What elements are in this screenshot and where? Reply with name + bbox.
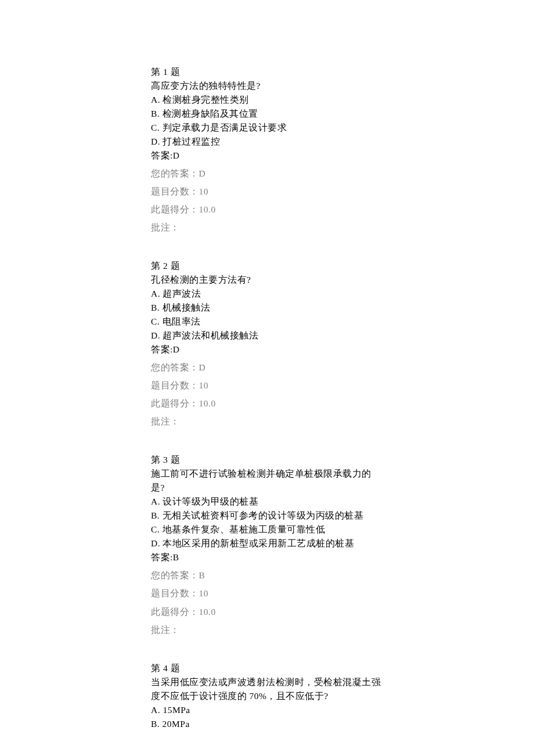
question-block: 第 2 题 孔径检测的主要方法有? A. 超声波法 B. 机械接触法 C. 电阻… bbox=[151, 259, 383, 429]
question-option: B. 检测桩身缺陷及其位置 bbox=[151, 107, 383, 121]
question-comment: 批注： bbox=[151, 221, 383, 235]
your-answer: 您的答案：B bbox=[151, 568, 383, 582]
your-answer: 您的答案：D bbox=[151, 361, 383, 375]
question-block: 第 4 题 当采用低应变法或声波透射法检测时，受检桩混凝土强度不应低于设计强度的… bbox=[151, 661, 383, 731]
question-option: C. 判定承载力是否满足设计要求 bbox=[151, 121, 383, 135]
question-points: 题目分数：10 bbox=[151, 185, 383, 199]
question-block: 第 3 题 施工前可不进行试验桩检测并确定单桩极限承载力的是? A. 设计等级为… bbox=[151, 453, 383, 636]
correct-answer: 答案:D bbox=[151, 343, 383, 357]
question-option: D. 打桩过程监控 bbox=[151, 135, 383, 149]
question-score: 此题得分：10.0 bbox=[151, 397, 383, 411]
question-option: D. 本地区采用的新桩型或采用新工艺成桩的桩基 bbox=[151, 537, 383, 550]
question-prompt: 当采用低应变法或声波透射法检测时，受检桩混凝土强度不应低于设计强度的 70%，且… bbox=[151, 675, 383, 703]
question-option: B. 无相关试桩资料可参考的设计等级为丙级的桩基 bbox=[151, 509, 383, 523]
question-option: C. 电阻率法 bbox=[151, 315, 383, 329]
question-score: 此题得分：10.0 bbox=[151, 203, 383, 217]
question-header: 第 3 题 bbox=[151, 453, 383, 467]
question-prompt: 高应变方法的独特特性是? bbox=[151, 79, 383, 93]
question-option: B. 机械接触法 bbox=[151, 301, 383, 315]
question-points: 题目分数：10 bbox=[151, 379, 383, 393]
question-header: 第 1 题 bbox=[151, 65, 383, 79]
question-option: A. 检测桩身完整性类别 bbox=[151, 93, 383, 107]
question-option: B. 20MPa bbox=[151, 717, 383, 731]
question-points: 题目分数：10 bbox=[151, 586, 383, 600]
question-comment: 批注： bbox=[151, 415, 383, 429]
question-option: A. 超声波法 bbox=[151, 287, 383, 301]
correct-answer: 答案:B bbox=[151, 550, 383, 564]
question-option: C. 地基条件复杂、基桩施工质量可靠性低 bbox=[151, 523, 383, 537]
question-score: 此题得分：10.0 bbox=[151, 605, 383, 619]
question-block: 第 1 题 高应变方法的独特特性是? A. 检测桩身完整性类别 B. 检测桩身缺… bbox=[151, 65, 383, 235]
document-page: 第 1 题 高应变方法的独特特性是? A. 检测桩身完整性类别 B. 检测桩身缺… bbox=[0, 0, 534, 756]
question-option: D. 超声波法和机械接触法 bbox=[151, 329, 383, 343]
question-comment: 批注： bbox=[151, 623, 383, 637]
question-prompt: 施工前可不进行试验桩检测并确定单桩极限承载力的是? bbox=[151, 467, 383, 495]
correct-answer: 答案:D bbox=[151, 149, 383, 163]
question-prompt: 孔径检测的主要方法有? bbox=[151, 273, 383, 287]
your-answer: 您的答案：D bbox=[151, 167, 383, 181]
question-header: 第 2 题 bbox=[151, 259, 383, 273]
question-option: A. 设计等级为甲级的桩基 bbox=[151, 495, 383, 509]
question-header: 第 4 题 bbox=[151, 661, 383, 675]
question-option: A. 15MPa bbox=[151, 703, 383, 717]
